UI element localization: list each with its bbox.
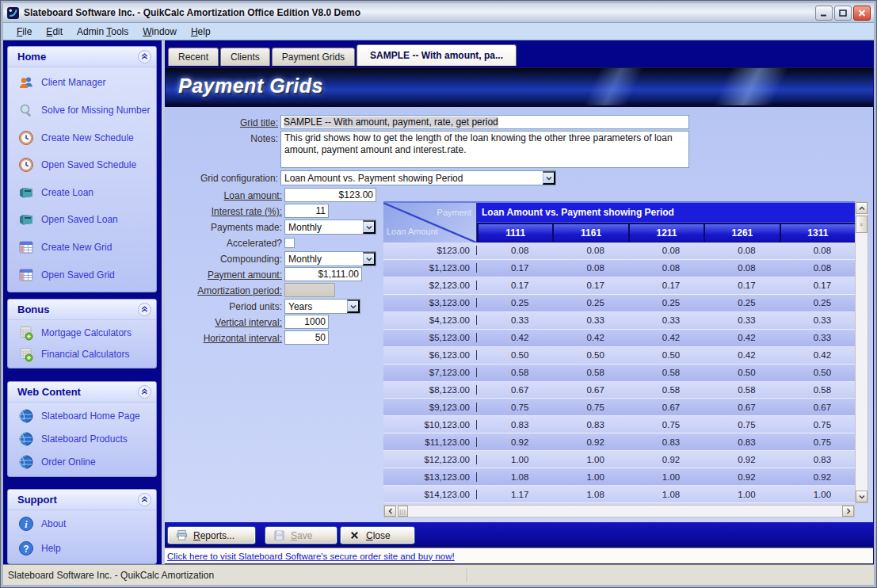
tab-clients[interactable]: Clients: [220, 48, 270, 66]
table-icon: [18, 267, 34, 283]
grid-cell: 0.58: [704, 385, 779, 395]
grid-cell: 0.50: [477, 350, 552, 360]
period-units-select[interactable]: Years: [284, 299, 360, 314]
grid-row-label: $7,123.00: [383, 368, 477, 377]
scroll-down-icon[interactable]: [856, 491, 867, 502]
save-button[interactable]: Save: [265, 526, 337, 544]
amortization-period-label[interactable]: Amortization period:: [165, 285, 282, 296]
accelerated-checkbox[interactable]: [284, 238, 295, 248]
collapse-section-button[interactable]: [138, 50, 151, 63]
menu-edit[interactable]: Edit: [39, 25, 70, 39]
section-header: Support: [8, 490, 156, 510]
grid-row: $11,123.000.920.920.830.830.75: [383, 433, 855, 451]
scroll-left-icon[interactable]: [384, 506, 396, 517]
interest-rate-input[interactable]: 11: [284, 204, 329, 218]
folder-icon: [18, 212, 34, 227]
grid-title-label[interactable]: Grid title:: [165, 117, 278, 128]
grid-cell: 1.08: [477, 472, 552, 482]
sidebar-item-client-manager[interactable]: Client Manager: [8, 74, 156, 90]
grid-vertical-scrollbar[interactable]: ≡: [855, 201, 868, 503]
tab-recent[interactable]: Recent: [168, 48, 219, 66]
scroll-up-icon[interactable]: [856, 202, 867, 214]
action-button-bar: Reports...SaveClose: [165, 522, 873, 548]
sidebar-item-slateboard-products[interactable]: Slateboard Products: [8, 431, 156, 447]
sidebar-item-create-new-schedule[interactable]: Create New Schedule: [8, 130, 156, 146]
notes-textarea[interactable]: This grid shows how to get the length of…: [280, 131, 689, 168]
grid-hscroll-thumb[interactable]: |||: [398, 506, 408, 517]
chevron-down-icon[interactable]: [347, 300, 360, 313]
maximize-button[interactable]: [834, 6, 852, 21]
loan-amount-input[interactable]: $123.00: [284, 188, 376, 202]
grid-row: $1,123.000.170.080.080.080.08: [383, 260, 855, 277]
globe-icon: [18, 431, 34, 447]
horizontal-interval-label[interactable]: Horizontal interval:: [165, 333, 282, 344]
loan-amount-label[interactable]: Loan amount:: [165, 190, 282, 201]
horizontal-interval-input[interactable]: 50: [284, 330, 329, 345]
grid-row: $13,123.001.081.001.000.920.92: [383, 468, 855, 486]
order-link[interactable]: Click here to visit Slateboard Software'…: [167, 552, 455, 561]
grid-row-label: $4,123.00: [383, 315, 477, 325]
grid-cell: 0.83: [628, 437, 704, 447]
sidebar-item-open-saved-grid[interactable]: Open Saved Grid: [8, 267, 156, 283]
amortization-period-input[interactable]: [284, 283, 335, 297]
grid-cell: 0.42: [780, 350, 855, 360]
sidebar-item-solve-for-missing-number[interactable]: Solve for Missing Number: [8, 102, 156, 118]
interest-rate-label[interactable]: Interest rate (%):: [165, 206, 282, 217]
sidebar-item-create-new-grid[interactable]: Create New Grid: [8, 239, 156, 255]
sidebar-item-label: Slateboard Products: [41, 433, 128, 445]
grid-cell: 0.33: [628, 315, 704, 325]
minimize-button[interactable]: [815, 6, 833, 21]
collapse-section-button[interactable]: [138, 493, 151, 506]
menu-admin-tools[interactable]: Admin Tools: [70, 25, 135, 39]
grid-vscroll-thumb[interactable]: ≡: [856, 216, 867, 233]
tab-payment-grids[interactable]: Payment Grids: [272, 48, 355, 66]
chevron-down-icon[interactable]: [363, 220, 376, 234]
close-button[interactable]: Close: [340, 526, 415, 544]
grid-row: $14,123.001.171.081.081.001.00: [383, 486, 855, 503]
sidebar-item-label: Open Saved Grid: [41, 269, 115, 281]
close-button[interactable]: [853, 6, 871, 21]
grid-cell: 0.17: [477, 263, 552, 273]
grid-configuration-select[interactable]: Loan Amount vs. Payment showing Period: [280, 170, 556, 185]
scroll-right-icon[interactable]: [842, 506, 854, 517]
reports-button[interactable]: Reports...: [167, 526, 256, 544]
payments-made-select[interactable]: Monthly: [284, 220, 376, 235]
app-window: Slateboard Software Inc. - QuikCalc Amor…: [0, 0, 877, 588]
sidebar-item-help[interactable]: ?Help: [8, 540, 156, 556]
sidebar-item-open-saved-schedule[interactable]: Open Saved Schedule: [8, 157, 156, 173]
sidebar-item-about[interactable]: iAbout: [8, 516, 156, 532]
grid-column-header: 1311: [781, 224, 855, 242]
grid-cell: 0.83: [780, 455, 855, 464]
sidebar-item-slateboard-home-page[interactable]: Slateboard Home Page: [8, 408, 156, 424]
sidebar-item-mortgage-calculators[interactable]: Mortgage Calculators: [8, 325, 156, 341]
compounding-select[interactable]: Monthly: [284, 251, 376, 266]
sidebar-item-open-saved-loan[interactable]: Open Saved Loan: [8, 212, 156, 227]
grid-cell: 0.50: [628, 350, 704, 360]
grid-row-label: $13,123.00: [383, 472, 477, 482]
menu-file[interactable]: File: [10, 25, 39, 39]
grid-horizontal-scrollbar[interactable]: |||: [383, 505, 855, 517]
collapse-section-button[interactable]: [138, 385, 151, 399]
page-banner: Payment Grids: [166, 67, 873, 107]
grid-row: $123.000.080.080.080.080.08: [383, 242, 855, 260]
menu-help[interactable]: Help: [184, 25, 218, 39]
sidebar-item-financial-calculators[interactable]: Financial Calculators: [8, 346, 156, 362]
collapse-section-button[interactable]: [138, 303, 151, 316]
tab-sample-with-amount-pa-[interactable]: SAMPLE -- With amount, pa...: [357, 44, 517, 66]
vertical-interval-input[interactable]: 1000: [284, 315, 329, 329]
grid-title-input[interactable]: SAMPLE -- With amount, payment, rate, ge…: [280, 115, 689, 129]
sidebar-item-order-online[interactable]: Order Online: [8, 454, 156, 470]
sidebar-item-create-loan[interactable]: Create Loan: [8, 185, 156, 200]
grid-cell: 1.00: [628, 472, 704, 482]
chevron-down-icon[interactable]: [543, 171, 555, 185]
grid-cell: 0.17: [704, 281, 779, 290]
payment-amount-input[interactable]: $1,111.00: [284, 267, 362, 281]
grid-cell: 0.33: [780, 333, 855, 342]
payment-amount-label[interactable]: Payment amount:: [165, 269, 282, 281]
vertical-interval-label[interactable]: Vertical interval:: [165, 317, 282, 328]
accelerated-label: Accelerated?: [165, 238, 282, 249]
chevrons-up-icon: [139, 51, 150, 63]
grid-cell: 0.58: [628, 368, 704, 377]
chevron-down-icon[interactable]: [363, 252, 376, 265]
menu-window[interactable]: Window: [135, 25, 184, 39]
